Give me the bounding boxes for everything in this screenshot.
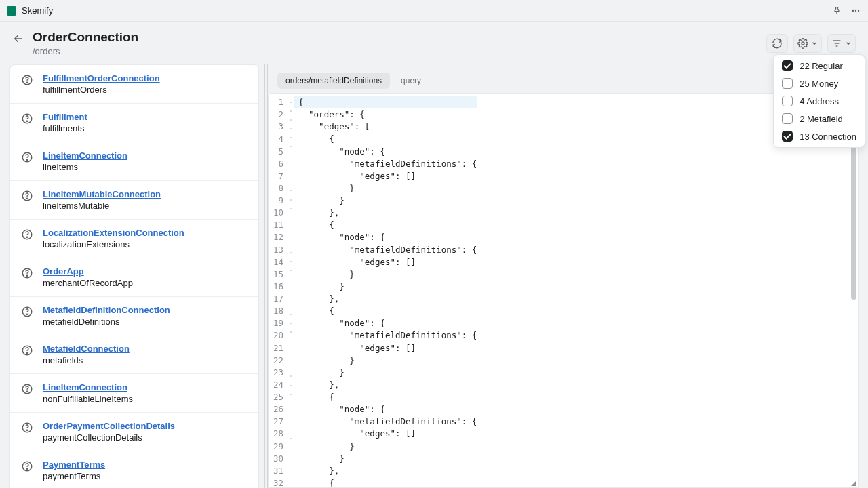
refresh-button[interactable] [766, 34, 788, 53]
filter-option[interactable]: 2 Metafield [782, 113, 856, 124]
field-item[interactable]: LineItemMutableConnectionlineItemsMutabl… [10, 181, 258, 220]
fold-toggle[interactable]: ⌄ [288, 256, 294, 264]
line-number: 26 [269, 403, 285, 415]
line-number: 28 [269, 428, 285, 440]
field-item[interactable]: PaymentTermspaymentTerms [10, 451, 258, 488]
checkbox-icon[interactable] [782, 113, 793, 124]
fold-toggle [288, 158, 294, 167]
checkbox-icon[interactable] [782, 78, 793, 89]
svg-point-14 [26, 198, 27, 199]
field-item[interactable]: LineItemConnectionlineItems [10, 142, 258, 181]
filter-option[interactable]: 4 Address [782, 96, 856, 106]
svg-point-10 [26, 121, 27, 121]
checkbox-icon[interactable] [782, 96, 793, 106]
svg-point-8 [26, 82, 27, 83]
fold-toggle[interactable]: ⌄ [288, 105, 294, 114]
field-type-link[interactable]: Fulfillment [43, 112, 87, 122]
help-icon[interactable] [21, 460, 33, 472]
fold-toggle[interactable]: ⌄ [288, 194, 294, 203]
field-item[interactable]: OrderPaymentCollectionDetailspaymentColl… [10, 413, 258, 451]
fold-toggle [288, 344, 294, 352]
field-type-link[interactable]: PaymentTerms [43, 460, 105, 470]
fold-toggle[interactable]: ⌄ [288, 203, 294, 211]
help-icon[interactable] [21, 422, 33, 434]
help-icon[interactable] [21, 113, 33, 125]
code-line: "edges": [] [298, 342, 477, 354]
field-type-link[interactable]: MetafieldConnection [43, 344, 130, 354]
line-number: 29 [269, 441, 285, 453]
field-type-link[interactable]: FulfillmentOrderConnection [43, 73, 160, 83]
fold-toggle[interactable]: ⌄ [288, 326, 294, 335]
field-type-link[interactable]: LineItemConnection [43, 382, 133, 392]
field-type-link[interactable]: LineItemConnection [43, 150, 127, 161]
field-item[interactable]: Fulfillmentfulfillments [10, 104, 258, 142]
fold-toggle[interactable]: ⌄ [288, 184, 294, 193]
help-icon[interactable] [21, 190, 33, 202]
code-line: { [298, 219, 477, 231]
fold-toggle [288, 361, 294, 370]
code-editor[interactable]: 1234567891011121314151617181920212223242… [268, 93, 859, 488]
field-type-link[interactable]: OrderApp [43, 266, 133, 277]
code-line: { [298, 391, 477, 403]
field-type-link[interactable]: OrderPaymentCollectionDetails [43, 421, 175, 431]
fold-toggle[interactable]: ⌄ [288, 123, 294, 131]
editor-scrollbar[interactable] [850, 94, 858, 487]
code-line: "edges": [] [298, 256, 477, 268]
fold-toggle[interactable]: ⌄ [288, 131, 294, 140]
field-item[interactable]: FulfillmentOrderConnectionfulfillmentOrd… [10, 65, 258, 104]
field-item[interactable]: LocalizationExtensionConnectionlocalizat… [10, 220, 258, 258]
fold-toggle [288, 220, 294, 229]
filter-option[interactable]: 22 Regular [782, 60, 856, 71]
back-arrow-icon[interactable] [12, 33, 24, 45]
help-icon[interactable] [21, 344, 33, 357]
svg-point-18 [26, 275, 27, 276]
filter-button[interactable] [827, 34, 856, 53]
editor-tab[interactable]: query [393, 73, 429, 89]
help-icon[interactable] [21, 383, 33, 395]
fold-toggle[interactable]: ⌄ [288, 432, 294, 441]
field-item[interactable]: LineItemConnectionnonFulfillableLineItem… [10, 374, 258, 413]
settings-button[interactable] [793, 34, 822, 53]
pin-icon[interactable] [831, 5, 842, 16]
more-icon[interactable] [850, 5, 861, 16]
fold-toggle[interactable]: ⌄ [288, 388, 294, 397]
field-name-label: localizationExtensions [43, 239, 184, 249]
help-icon[interactable] [21, 267, 33, 279]
fold-toggle[interactable]: ⌄ [288, 264, 294, 273]
field-type-link[interactable]: LineItemMutableConnection [43, 189, 161, 199]
svg-point-20 [26, 314, 27, 314]
fold-toggle [288, 167, 294, 176]
help-icon[interactable] [21, 228, 33, 241]
fields-sidebar[interactable]: FulfillmentOrderConnectionfulfillmentOrd… [0, 64, 264, 488]
fold-toggle[interactable]: ⌄ [288, 317, 294, 326]
fold-toggle [288, 149, 294, 158]
field-item[interactable]: OrderAppmerchantOfRecordApp [10, 258, 258, 297]
code-line: "node": { [298, 317, 477, 329]
fold-toggle[interactable]: ⌄ [288, 380, 294, 388]
field-name-label: fulfillmentOrders [43, 85, 160, 95]
line-number: 20 [269, 329, 285, 342]
checkbox-icon[interactable] [782, 131, 793, 142]
filter-option[interactable]: 25 Money [782, 78, 856, 89]
help-icon[interactable] [21, 74, 33, 86]
help-icon[interactable] [21, 151, 33, 163]
filter-option[interactable]: 13 Connection [782, 131, 856, 142]
field-item[interactable]: MetafieldDefinitionConnectionmetafieldDe… [10, 297, 258, 336]
field-type-link[interactable]: LocalizationExtensionConnection [43, 228, 184, 238]
chevron-down-icon [845, 40, 852, 47]
fold-toggle[interactable]: ⌄ [288, 140, 294, 149]
fold-toggle[interactable]: ⌄ [288, 308, 294, 317]
line-number: 15 [269, 268, 285, 281]
fold-toggle[interactable]: ⌄ [288, 114, 294, 123]
editor-tab[interactable]: orders/metafieldDefinitions [277, 73, 390, 89]
fold-toggle[interactable]: ⌄ [288, 96, 294, 105]
checkbox-icon[interactable] [782, 60, 793, 71]
svg-point-16 [26, 237, 27, 237]
field-item[interactable]: MetafieldConnectionmetafields [10, 336, 258, 374]
fold-toggle[interactable]: ⌄ [288, 247, 294, 256]
svg-point-24 [26, 391, 27, 392]
field-type-link[interactable]: MetafieldDefinitionConnection [43, 305, 170, 315]
fold-toggle[interactable]: ⌄ [288, 370, 294, 379]
svg-point-28 [26, 468, 27, 469]
help-icon[interactable] [21, 306, 33, 318]
